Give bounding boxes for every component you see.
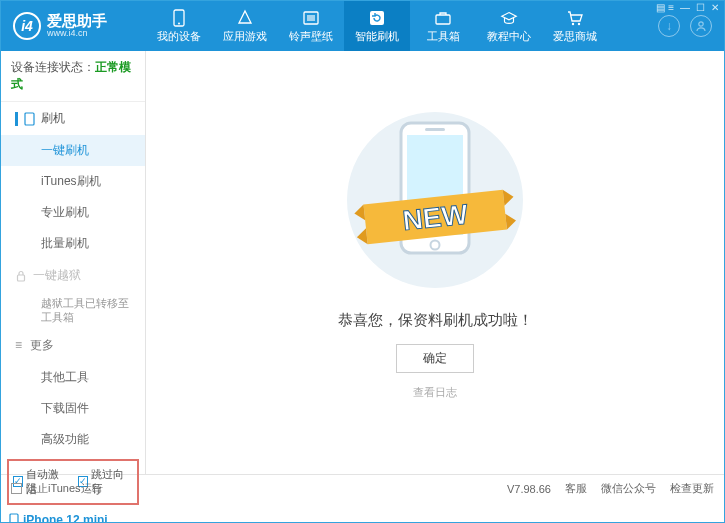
wallpaper-icon [302,9,320,27]
nav-ringtones[interactable]: 铃声壁纸 [278,1,344,51]
logo-icon: i4 [13,12,41,40]
nav-my-device[interactable]: 我的设备 [146,1,212,51]
header: i4 爱思助手 www.i4.cn 我的设备 应用游戏 铃声壁纸 智能刷机 工具… [1,1,724,51]
sidebar-group-more[interactable]: ≡ 更多 [1,329,145,362]
success-message: 恭喜您，保资料刷机成功啦！ [338,311,533,330]
sidebar-group-flash[interactable]: 刷机 [1,102,145,135]
cart-icon [566,9,584,27]
nav-apps[interactable]: 应用游戏 [212,1,278,51]
minimize-icon[interactable]: — [680,2,690,13]
menu-icon[interactable]: ▤ ≡ [656,2,674,13]
nav-label: 教程中心 [487,29,531,44]
footer-update[interactable]: 检查更新 [670,481,714,496]
nav-label: 铃声壁纸 [289,29,333,44]
lock-icon [15,270,27,282]
footer-wechat[interactable]: 微信公众号 [601,481,656,496]
phone-icon [170,9,188,27]
version-text: V7.98.66 [507,483,551,495]
nav-label: 我的设备 [157,29,201,44]
sidebar-item-advanced[interactable]: 高级功能 [1,424,145,455]
success-illustration: NEW [325,105,545,295]
device-name-text: iPhone 12 mini [23,513,108,523]
nav-label: 智能刷机 [355,29,399,44]
svg-point-6 [572,22,574,24]
nav-tutorials[interactable]: 教程中心 [476,1,542,51]
toolbox-icon [434,9,452,27]
sidebar: 设备连接状态：正常模式 刷机 一键刷机 iTunes刷机 专业刷机 批量刷机 一… [1,51,146,474]
sidebar-item-batch[interactable]: 批量刷机 [1,228,145,259]
svg-point-1 [178,22,180,24]
refresh-icon [368,9,386,27]
svg-rect-11 [10,514,18,523]
main-content: NEW 恭喜您，保资料刷机成功啦！ 确定 查看日志 [146,51,724,474]
sidebar-item-oneclick[interactable]: 一键刷机 [1,135,145,166]
sidebar-item-other[interactable]: 其他工具 [1,362,145,393]
sidebar-item-itunes[interactable]: iTunes刷机 [1,166,145,197]
connection-status: 设备连接状态：正常模式 [1,51,145,102]
sidebar-group-jailbreak: 一键越狱 [1,259,145,292]
device-info[interactable]: iPhone 12 mini 64GB Down-12mini-13,1 [1,509,145,523]
group-label: 更多 [30,337,54,354]
app-url: www.i4.cn [47,29,107,39]
app-name: 爱思助手 [47,13,107,30]
phone-small-icon [24,112,35,126]
hamburger-icon: ≡ [15,338,22,352]
nav-store[interactable]: 爱思商城 [542,1,608,51]
svg-rect-4 [370,11,384,25]
svg-point-7 [578,22,580,24]
group-label: 一键越狱 [33,267,81,284]
nav-label: 应用游戏 [223,29,267,44]
svg-point-8 [699,22,703,26]
svg-rect-5 [436,15,450,24]
maximize-icon[interactable]: ☐ [696,2,705,13]
apps-icon [236,9,254,27]
jailbreak-note: 越狱工具已转移至 工具箱 [1,292,145,329]
graduation-icon [500,9,518,27]
close-icon[interactable]: ✕ [711,2,719,13]
svg-rect-9 [25,113,34,125]
nav-toolbox[interactable]: 工具箱 [410,1,476,51]
sidebar-item-pro[interactable]: 专业刷机 [1,197,145,228]
device-icon [9,513,19,523]
group-label: 刷机 [41,110,65,127]
nav-label: 爱思商城 [553,29,597,44]
svg-rect-10 [18,275,25,281]
logo: i4 爱思助手 www.i4.cn [1,12,146,40]
view-log-link[interactable]: 查看日志 [413,385,457,400]
download-button[interactable]: ↓ [658,15,680,37]
status-label: 设备连接状态： [11,60,95,74]
sidebar-item-firmware[interactable]: 下载固件 [1,393,145,424]
ok-button[interactable]: 确定 [396,344,474,373]
top-nav: 我的设备 应用游戏 铃声壁纸 智能刷机 工具箱 教程中心 爱思商城 [146,1,658,51]
svg-rect-16 [425,128,445,131]
footer-service[interactable]: 客服 [565,481,587,496]
checkbox-block-itunes[interactable]: 阻止iTunes运行 [11,481,103,496]
svg-rect-3 [307,15,315,21]
nav-flash[interactable]: 智能刷机 [344,1,410,51]
user-button[interactable] [690,15,712,37]
nav-label: 工具箱 [427,29,460,44]
